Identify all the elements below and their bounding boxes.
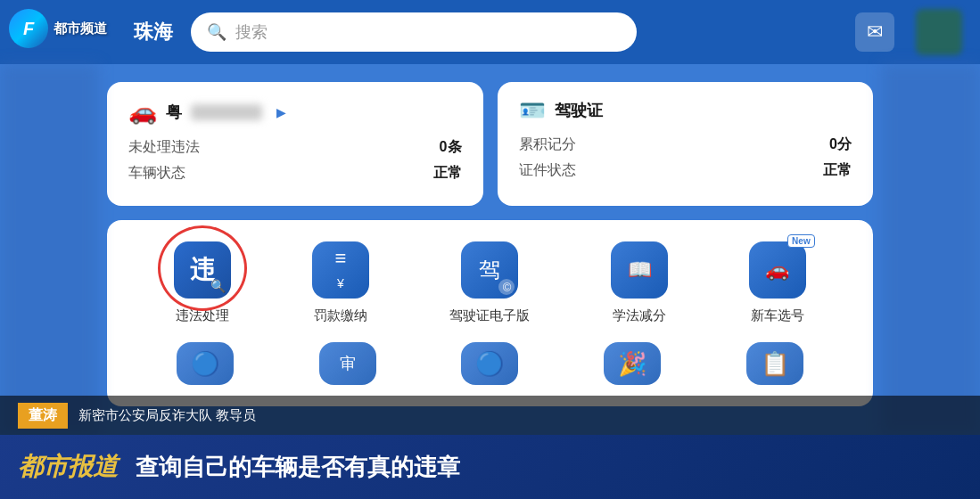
channel-logo — [9, 9, 48, 48]
r2-char-1: 🔵 — [191, 350, 219, 378]
plate-number: XXXXXX — [191, 104, 262, 120]
side-blur-right — [882, 64, 980, 435]
violation-label: 违法处理 — [176, 307, 229, 324]
menu-item-r2-5[interactable]: 📋 — [746, 342, 803, 385]
menu-icons-row2: 🔵 审 🔵 🎉 📋 — [134, 342, 846, 385]
elicense-sub-icon: © — [498, 279, 515, 295]
vehicle-status-row: 车辆状态 正常 — [128, 164, 462, 183]
vehicle-status-value: 正常 — [433, 164, 462, 183]
channel-name: 都市频道 — [54, 20, 107, 37]
user-avatar — [916, 9, 962, 55]
watermark-area: 都市频道 — [9, 9, 107, 48]
menu-item-r2-3[interactable]: 🔵 — [461, 342, 518, 385]
elicense-icon-char: 驾 — [479, 256, 500, 284]
violations-label: 未处理违法 — [128, 138, 200, 157]
plate-province: 粤 — [166, 102, 182, 123]
menu-item-r2-4[interactable]: 🎉 — [604, 342, 661, 385]
r2-icon-1: 🔵 — [177, 342, 234, 385]
menu-item-violation[interactable]: 违 🔍 违法处理 — [174, 241, 231, 324]
r2-char-5: 📋 — [761, 350, 789, 378]
newcar-icon-box: 🚗 New — [749, 241, 806, 299]
menu-icons-row1: 违 🔍 违法处理 ≡¥ 罚款缴纳 驾 © — [134, 241, 846, 324]
study-label: 学法减分 — [613, 307, 666, 324]
news-logo: 都市报道 — [18, 450, 118, 484]
r2-icon-4: 🎉 — [604, 342, 661, 385]
elicense-label: 驾驶证电子版 — [449, 307, 530, 324]
car-icon: 🚗 — [128, 98, 157, 126]
r2-char-3: 🔵 — [475, 350, 504, 378]
fine-icon-box: ≡¥ — [312, 241, 369, 299]
r2-icon-2: 审 — [319, 342, 376, 385]
r2-icon-3: 🔵 — [461, 342, 518, 385]
person-title: 新密市公安局反诈大队 教导员 — [78, 407, 256, 424]
violations-row: 未处理违法 0条 — [128, 138, 462, 157]
search-placeholder: 搜索 — [235, 21, 268, 43]
license-card-header: 🪪 驾驶证 — [519, 98, 852, 123]
person-name: 董涛 — [18, 403, 68, 429]
cert-status-value: 正常 — [823, 161, 852, 180]
points-label: 累积记分 — [519, 135, 576, 154]
fine-label: 罚款缴纳 — [314, 307, 367, 324]
study-icon-char: 📖 — [628, 258, 652, 282]
menu-item-elicense[interactable]: 驾 © 驾驶证电子版 — [449, 241, 530, 324]
violation-icon-box: 违 🔍 — [174, 241, 231, 299]
newcar-icon-char: 🚗 — [765, 258, 789, 282]
violations-value: 0条 — [440, 138, 462, 157]
side-blur-left — [0, 64, 98, 435]
search-bar[interactable]: 🔍 搜索 — [191, 12, 637, 52]
elicense-icon-box: 驾 © — [461, 241, 518, 299]
fine-icon-char: ≡¥ — [334, 247, 346, 294]
r2-char-4: 🎉 — [618, 350, 646, 378]
study-icon-box: 📖 — [611, 241, 668, 299]
city-name: 珠海 — [134, 19, 173, 45]
r2-char-2: 审 — [340, 353, 356, 374]
menu-item-r2-2[interactable]: 审 — [319, 342, 376, 385]
menu-item-r2-1[interactable]: 🔵 — [177, 342, 234, 385]
menu-card: 违 🔍 违法处理 ≡¥ 罚款缴纳 驾 © — [107, 220, 873, 406]
cert-status-label: 证件状态 — [519, 161, 576, 180]
mail-icon[interactable]: ✉ — [855, 12, 894, 52]
new-badge: New — [787, 234, 815, 248]
bottom-news-bar: 都市报道 查询自己的车辆是否有真的违章 — [0, 435, 980, 499]
points-value: 0分 — [829, 135, 852, 154]
vehicle-card-header: 🚗 粤 XXXXXX ▶ — [128, 98, 462, 126]
main-content: 🚗 粤 XXXXXX ▶ 未处理违法 0条 车辆状态 正常 🪪 驾驶证 — [0, 64, 980, 424]
license-card: 🪪 驾驶证 累积记分 0分 证件状态 正常 — [498, 82, 874, 206]
vehicle-status-label: 车辆状态 — [128, 164, 185, 183]
menu-item-fine[interactable]: ≡¥ 罚款缴纳 — [312, 241, 369, 324]
cards-row: 🚗 粤 XXXXXX ▶ 未处理违法 0条 车辆状态 正常 🪪 驾驶证 — [107, 82, 873, 206]
newcar-label: 新车选号 — [751, 307, 804, 324]
bottom-info-bar: 董涛 新密市公安局反诈大队 教导员 — [0, 396, 980, 435]
vehicle-card: 🚗 粤 XXXXXX ▶ 未处理违法 0条 车辆状态 正常 — [107, 82, 483, 206]
top-bar: 珠海 🔍 搜索 ✉ — [0, 0, 980, 64]
plate-arrow[interactable]: ▶ — [276, 105, 286, 119]
news-text: 查询自己的车辆是否有真的违章 — [136, 452, 460, 483]
cert-status-row: 证件状态 正常 — [519, 161, 852, 180]
menu-item-newcar[interactable]: 🚗 New 新车选号 — [749, 241, 806, 324]
search-icon: 🔍 — [207, 22, 226, 42]
r2-icon-5: 📋 — [746, 342, 803, 385]
menu-item-study[interactable]: 📖 学法减分 — [611, 241, 668, 324]
points-row: 累积记分 0分 — [519, 135, 852, 154]
id-icon: 🪪 — [519, 98, 546, 123]
license-title: 驾驶证 — [555, 100, 603, 121]
